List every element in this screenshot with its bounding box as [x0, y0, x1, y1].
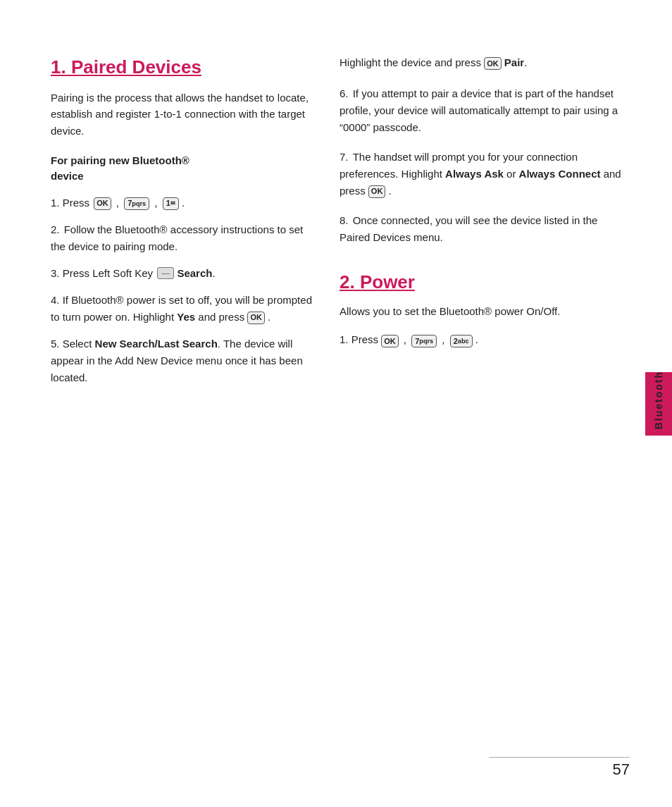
step-5: 5. Select New Search/Last Search. The de… [51, 335, 318, 386]
ok-button-4: OK [247, 312, 265, 324]
bottom-line [489, 757, 630, 758]
section2-block: 2. Power Allows you to set the Bluetooth… [340, 271, 630, 347]
key-1-1: 1✉ [163, 197, 179, 210]
section2-step1: 1. Press OK , 7pqrs , 2abc . [340, 333, 630, 347]
step-3: 3. Press Left Soft Key — Search. [51, 265, 318, 282]
step-1: 1. Press OK , 7pqrs , 1✉ . [51, 195, 318, 211]
section1-steps: 1. Press OK , 7pqrs , 1✉ . 2. Follow the… [51, 195, 318, 386]
section1-right-top: Highlight the device and press OK Pair. [340, 56, 630, 70]
step-7: 7. The handset will prompt you for your … [340, 149, 630, 199]
ok-button-1: OK [94, 197, 111, 210]
step-8: 8. Once connected, you will see the devi… [340, 212, 630, 246]
section1-right-steps: 6. If you attempt to pair a device that … [340, 85, 630, 246]
step-4: 4. If Bluetooth® power is set to off, yo… [51, 292, 318, 326]
page-number: 57 [613, 760, 630, 779]
section2-intro: Allows you to set the Bluetooth® power O… [340, 303, 630, 319]
key-7pqrs-s2: 7pqrs [411, 335, 437, 347]
right-column: Highlight the device and press OK Pair. … [340, 56, 630, 765]
key-7pqrs-1: 7pqrs [124, 197, 149, 210]
ok-button-s2: OK [381, 335, 399, 347]
sidebar-label: Bluetooth [653, 371, 664, 429]
ok-button-highlight: OK [484, 57, 502, 70]
sidebar: Bluetooth [645, 0, 672, 807]
section1-subheading: For pairing new Bluetooth® device [51, 153, 318, 185]
step-6: 6. If you attempt to pair a device that … [340, 85, 630, 136]
section1-intro: Pairing is the process that allows the h… [51, 90, 318, 139]
section2-title: 2. Power [340, 271, 630, 293]
key-2abc-s2: 2abc [450, 335, 473, 347]
left-column: 1. Paired Devices Pairing is the process… [51, 56, 318, 765]
ok-button-7: OK [368, 185, 386, 198]
section1-title: 1. Paired Devices [51, 56, 318, 78]
step-2: 2. Follow the Bluetooth® accessory instr… [51, 221, 318, 255]
highlight-text: Highlight the device and press OK Pair. [340, 56, 630, 70]
